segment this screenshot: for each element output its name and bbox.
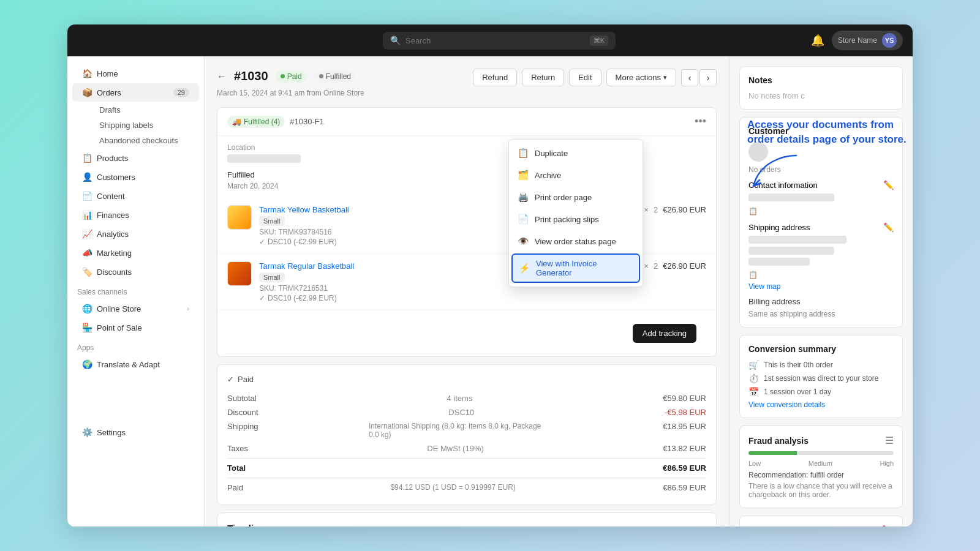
order-number: #1030	[234, 69, 268, 83]
sidebar-item-discounts[interactable]: 🏷️ Discounts	[72, 263, 199, 281]
truck-icon: 🚚	[232, 118, 241, 126]
conversion-item-3: 📅 1 session over 1 day	[748, 387, 894, 397]
notes-title: Notes	[748, 75, 894, 85]
shipping-edit-icon[interactable]: ✏️	[883, 222, 894, 232]
payment-card: ✓ Paid Subtotal 4 items €59.80 EUR Disco…	[217, 364, 717, 505]
nav-arrows: ‹ ›	[681, 69, 717, 86]
customers-icon: 👤	[82, 172, 92, 182]
sidebar-item-online-store[interactable]: 🌐 Online Store ›	[72, 299, 199, 318]
cart-icon: 🛒	[748, 360, 759, 370]
prev-order-button[interactable]: ‹	[681, 69, 698, 86]
fulfilled-status-badge: 🚚 Fulfilled (4)	[227, 116, 285, 128]
billing-address-label: Billing address	[748, 297, 801, 306]
no-orders: No orders	[748, 165, 894, 174]
location-value	[227, 154, 301, 163]
sidebar-item-abandoned[interactable]: Abandoned checkouts	[92, 133, 199, 148]
fulfilled-dot	[319, 74, 323, 78]
sidebar-item-finances[interactable]: 📊 Finances	[72, 206, 199, 224]
taxes-desc: DE MwSt (19%)	[427, 444, 483, 453]
finances-label: Finances	[97, 211, 129, 220]
shipping-desc: International Shipping (8.0 kg: Items 8.…	[369, 422, 552, 439]
archive-icon: 🗂️	[518, 170, 529, 181]
sidebar-item-orders[interactable]: 📦 Orders 29	[72, 83, 199, 102]
search-bar[interactable]: 🔍 ⌘K	[383, 32, 616, 50]
shipping-labels-label: Shipping labels	[99, 121, 153, 130]
sidebar-item-home[interactable]: 🏠 Home	[72, 64, 199, 83]
notification-icon[interactable]: 🔔	[811, 34, 824, 47]
paid-section: ✓ Paid Subtotal 4 items €59.80 EUR Disco…	[217, 365, 716, 504]
dropdown-view-status[interactable]: 👁️ View order status page	[509, 230, 643, 252]
card-menu-icon[interactable]: •••	[695, 115, 706, 128]
item2-qty: 2	[654, 261, 658, 271]
sidebar-item-marketing[interactable]: 📣 Marketing	[72, 244, 199, 262]
sidebar-item-drafts[interactable]: Drafts	[92, 102, 199, 118]
paid-row-value: €86.59 EUR	[663, 483, 706, 492]
refund-button[interactable]: Refund	[473, 69, 517, 86]
fulfilled-card-header: 🚚 Fulfilled (4) #1030-F1 •••	[217, 108, 716, 136]
dropdown-view-invoice[interactable]: ⚡ View with Invoice Generator	[511, 253, 640, 283]
conv2-text: 1st session was direct to your store	[764, 374, 878, 383]
subtotal-items: 4 items	[447, 394, 472, 403]
fulfillment-id: #1030-F1	[290, 117, 324, 126]
subtotal-value: €59.80 EUR	[663, 394, 706, 403]
paid-header: ✓ Paid	[227, 375, 706, 384]
fraud-menu-icon[interactable]: ☰	[885, 435, 894, 446]
fraud-low-label: Low	[748, 460, 761, 467]
address-line3	[748, 258, 810, 266]
dropdown-print-order[interactable]: 🖨️ Print order page	[509, 186, 643, 208]
view-map-link[interactable]: View map	[748, 282, 894, 291]
back-button[interactable]: ←	[217, 71, 227, 82]
shipping-label: Shipping	[227, 422, 258, 439]
view-conversion-link[interactable]: View conversion details	[748, 400, 894, 409]
sidebar-item-pos[interactable]: 🏪 Point of Sale	[72, 318, 199, 337]
more-actions-button[interactable]: More actions ▾	[606, 69, 676, 86]
sidebar-item-products[interactable]: 📋 Products	[72, 149, 199, 167]
drafts-label: Drafts	[99, 105, 121, 114]
dropdown-archive[interactable]: 🗂️ Archive	[509, 164, 643, 186]
contact-edit-icon[interactable]: ✏️	[883, 180, 894, 190]
sidebar-item-content[interactable]: 📄 Content	[72, 187, 199, 205]
edit-button[interactable]: Edit	[569, 69, 601, 86]
products-icon: 📋	[82, 153, 92, 163]
add-tracking-button[interactable]: Add tracking	[633, 324, 696, 343]
order-main: ← #1030 Paid Fulfilled Refund Re	[205, 56, 729, 527]
fraud-high-segment	[845, 451, 894, 455]
analytics-label: Analytics	[97, 230, 129, 239]
sidebar-item-analytics[interactable]: 📈 Analytics	[72, 225, 199, 243]
search-shortcut: ⌘K	[590, 36, 608, 46]
subtotal-label: Subtotal	[227, 394, 257, 403]
sales-channels-section: Sales channels	[67, 282, 204, 299]
dropdown-print-packing[interactable]: 📄 Print packing slips	[509, 208, 643, 230]
contact-value	[748, 193, 834, 201]
translate-icon: 🌍	[82, 359, 92, 369]
address-copy-icon[interactable]: 📋	[748, 271, 758, 279]
user-menu[interactable]: Store Name YS	[832, 31, 903, 50]
discounts-icon: 🏷️	[82, 267, 92, 277]
next-order-button[interactable]: ›	[699, 69, 717, 86]
print-icon: 🖨️	[518, 192, 529, 203]
tags-edit-icon[interactable]: ✏️	[881, 525, 894, 527]
shipping-address-label: Shipping address	[748, 223, 810, 232]
item2-image	[227, 261, 252, 286]
more-actions-dropdown: 📋 Duplicate 🗂️ Archive 🖨️ Print order pa…	[508, 139, 643, 287]
sidebar-item-customers[interactable]: 👤 Customers	[72, 168, 199, 186]
taxes-value: €13.82 EUR	[663, 444, 706, 453]
sidebar-orders-label: Orders	[97, 88, 121, 97]
header-actions: Refund Return Edit More actions ▾ ‹ ›	[473, 69, 717, 86]
conversion-item-2: ⏱️ 1st session was direct to your store	[748, 373, 894, 383]
checkmark-icon: ✓	[259, 238, 265, 246]
settings-icon: ⚙️	[82, 427, 92, 437]
dropdown-duplicate[interactable]: 📋 Duplicate	[509, 142, 643, 164]
conversion-card: Conversion summary 🛒 This is their 0th o…	[739, 335, 903, 418]
user-name: Store Name	[838, 36, 877, 45]
billing-address-header: Billing address	[748, 297, 894, 306]
copy-icon[interactable]: 📋	[748, 207, 758, 216]
paid-row-desc: $94.12 USD (1 USD = 0.919997 EUR)	[390, 483, 515, 492]
return-button[interactable]: Return	[522, 69, 564, 86]
sidebar-item-shipping-labels[interactable]: Shipping labels	[92, 118, 199, 133]
chevron-icon: ›	[187, 304, 189, 313]
sidebar-item-settings[interactable]: ⚙️ Settings	[72, 423, 199, 441]
sidebar-item-translate[interactable]: 🌍 Translate & Adapt	[72, 355, 199, 373]
apps-section: Apps	[67, 337, 204, 354]
search-input[interactable]	[405, 36, 585, 45]
